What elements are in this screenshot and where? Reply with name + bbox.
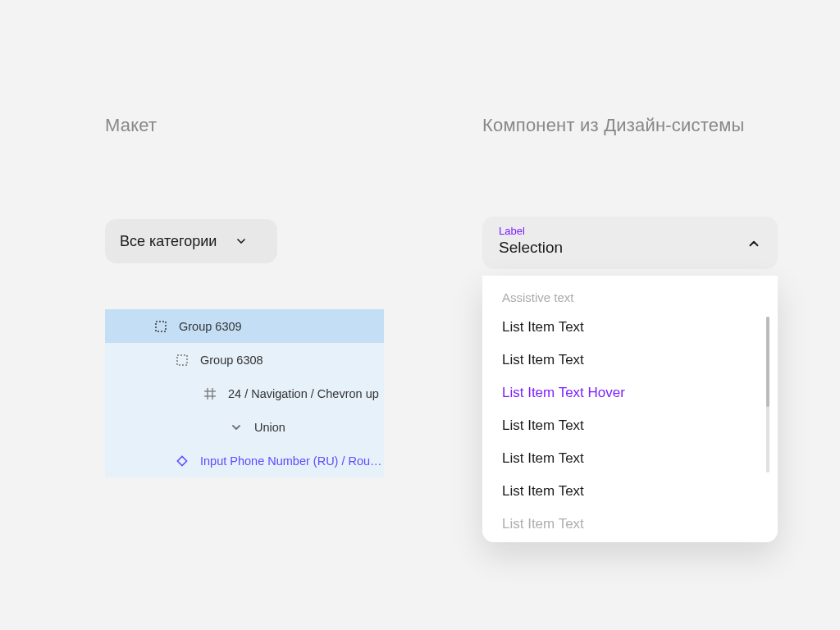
assistive-text: Assistive text [502,290,758,304]
layer-label: Group 6309 [179,320,242,333]
select-value: Selection [499,239,563,257]
svg-rect-0 [156,322,166,331]
dropdown-button-label: Все категории [120,233,217,250]
list-item[interactable]: List Item Text [502,475,758,508]
frame-hash-icon [203,387,217,400]
list-item[interactable]: List Item Text [502,344,758,377]
layer-row[interactable]: 24 / Navigation / Chevron up [105,377,384,410]
list-item[interactable]: List Item Text [502,442,758,475]
list-item[interactable]: List Item Text [502,508,758,541]
chevron-down-icon [235,235,248,248]
select-label: Label [499,225,563,237]
group-marquee-icon [176,354,189,367]
layer-label: Input Phone Number (RU) / Rou… [200,454,382,468]
scrollbar-thumb[interactable] [766,317,769,407]
chevron-up-icon [746,236,761,254]
list-item[interactable]: List Item Text [502,409,758,442]
categories-dropdown-button[interactable]: Все категории [105,219,277,263]
layer-label: 24 / Navigation / Chevron up [228,387,379,400]
list-item[interactable]: List Item Text [502,311,758,344]
layer-row[interactable]: Group 6309 [105,309,384,343]
section-heading-right: Компонент из Дизайн-системы [482,115,745,136]
select-field[interactable]: Label Selection [482,217,778,269]
layers-panel: Group 6309 Group 6308 24 / Navigation / … [105,309,384,477]
layer-label: Union [254,421,285,434]
layer-row[interactable]: Union [105,410,384,444]
dropdown-menu: Assistive text List Item Text List Item … [482,276,778,542]
scrollbar[interactable] [766,317,769,472]
chevron-down-small-icon [230,421,243,434]
svg-rect-6 [177,456,186,465]
layer-row[interactable]: Group 6308 [105,343,384,377]
list-item[interactable]: List Item Text Hover [502,377,758,409]
layer-label: Group 6308 [200,354,263,367]
diamond-instance-icon [176,454,189,468]
layer-row[interactable]: Input Phone Number (RU) / Rou… [105,444,384,477]
section-heading-left: Макет [105,115,157,136]
group-marquee-icon [154,320,167,333]
svg-rect-1 [177,355,187,365]
